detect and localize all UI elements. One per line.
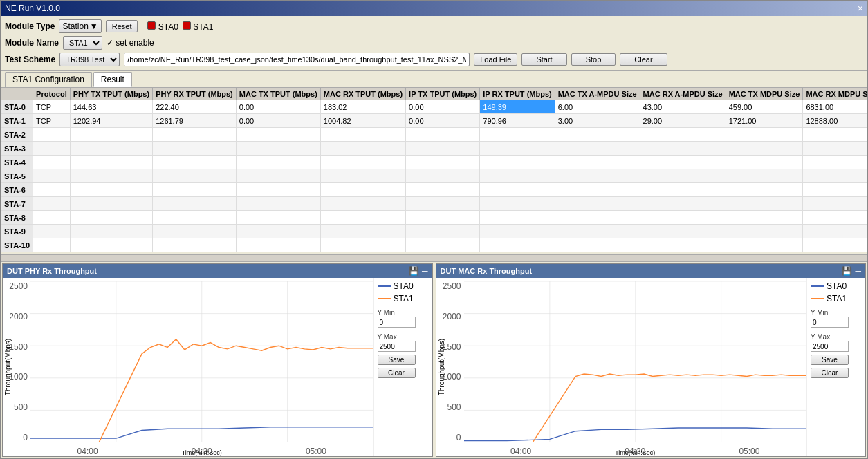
table-cell <box>480 225 555 238</box>
main-window: NE Run V1.0.0 × Module Type Station ▼ Re… <box>0 0 868 459</box>
table-cell <box>640 211 726 225</box>
chart-mac-save-icon[interactable]: 💾 <box>842 266 852 276</box>
tab-result[interactable]: Result <box>93 72 132 87</box>
table-cell <box>480 128 555 142</box>
chart-mac-svg <box>464 281 807 442</box>
legend-sta0-line <box>378 285 391 287</box>
table-cell <box>236 183 320 197</box>
sta1-led <box>183 21 191 30</box>
table-cell <box>555 225 640 238</box>
table-cell <box>70 169 152 183</box>
stop-button[interactable]: Stop <box>571 53 616 66</box>
clear-button[interactable]: Clear <box>620 53 667 66</box>
table-cell: STA-3 <box>1 142 33 156</box>
data-table-container[interactable]: Protocol PHY TX TPUT (Mbps) PHY RX TPUT … <box>1 88 867 254</box>
chart-phy-clear-button[interactable]: Clear <box>378 368 416 378</box>
table-cell <box>153 128 237 142</box>
chart-mac-ymax-input[interactable] <box>811 341 849 352</box>
table-cell: STA-6 <box>1 183 33 197</box>
table-cell: 0.00 <box>236 100 320 114</box>
chart-phy-sidebar: STA0 STA1 Y Min Y Max <box>373 278 432 456</box>
window-title: NE Run V1.0.0 <box>5 3 60 13</box>
chart-phy-svg-container <box>30 281 373 442</box>
table-row: STA-9 <box>1 225 868 238</box>
table-cell <box>236 225 320 238</box>
chart-mac-save-button[interactable]: Save <box>811 355 849 365</box>
table-cell <box>555 197 640 211</box>
chart-phy-ymax-group: Y Max <box>378 333 429 352</box>
chart-phy-minimize-icon[interactable]: ─ <box>422 266 428 276</box>
table-cell <box>480 156 555 169</box>
table-cell <box>803 225 867 238</box>
table-cell <box>236 142 320 156</box>
file-path-input[interactable] <box>124 53 470 66</box>
table-cell <box>236 156 320 169</box>
horizontal-scrollbar[interactable] <box>1 254 867 261</box>
table-cell: 6.00 <box>555 100 640 114</box>
chart-phy-ymin-input[interactable] <box>378 317 416 328</box>
table-cell: TCP <box>33 114 71 128</box>
table-cell: STA-10 <box>1 238 33 252</box>
table-cell <box>320 225 405 238</box>
table-cell <box>803 128 867 142</box>
test-scheme-select[interactable]: TR398 Test <box>59 53 120 66</box>
tab-configuration[interactable]: STA1 Configuration <box>5 72 92 87</box>
chart-mac-icons: 💾 ─ <box>842 266 861 276</box>
chart-phy-wrapper: Throughput(Mbps) 2500 2000 1500 1000 500… <box>3 278 373 456</box>
table-cell <box>640 197 726 211</box>
table-cell <box>153 238 237 252</box>
chart-mac-wrapper: Throughput(Mbps) 2500 2000 1500 1000 500… <box>436 278 807 456</box>
result-table: Protocol PHY TX TPUT (Mbps) PHY RX TPUT … <box>1 88 867 252</box>
chart-mac-clear-button[interactable]: Clear <box>811 368 849 378</box>
chart-mac-x-label: Time(Min:Sec) <box>464 449 807 456</box>
table-cell: STA-9 <box>1 225 33 238</box>
table-cell <box>726 156 803 169</box>
table-cell <box>803 183 867 197</box>
col-header-macrxmpdu: MAC RX MDPU Size <box>803 88 867 100</box>
chart-mac-body: Throughput(Mbps) 2500 2000 1500 1000 500… <box>436 278 866 456</box>
table-cell <box>640 142 726 156</box>
module-type-label: Module Type <box>5 21 55 31</box>
module-name-select[interactable]: STA1 <box>63 36 102 50</box>
start-button[interactable]: Start <box>521 53 566 66</box>
table-cell <box>33 238 71 252</box>
table-cell <box>406 183 480 197</box>
table-cell <box>406 169 480 183</box>
set-enable-checkbox-label: ✓ set enable <box>107 38 154 48</box>
chart-phy-legend-sta0: STA0 <box>378 281 429 291</box>
table-cell <box>406 142 480 156</box>
table-cell <box>320 183 405 197</box>
chart-phy-ymax-input[interactable] <box>378 341 416 352</box>
table-cell: 6831.00 <box>803 100 867 114</box>
table-row: STA-5 <box>1 169 868 183</box>
table-cell <box>33 183 71 197</box>
table-cell <box>555 238 640 252</box>
table-header-row: Protocol PHY TX TPUT (Mbps) PHY RX TPUT … <box>1 88 868 100</box>
reset-button[interactable]: Reset <box>106 20 138 32</box>
legend-mac-sta1-line <box>811 298 824 299</box>
table-cell <box>153 197 237 211</box>
table-cell <box>555 183 640 197</box>
chart-phy-save-icon[interactable]: 💾 <box>409 266 419 276</box>
table-cell: 144.63 <box>70 100 152 114</box>
sta0-led <box>147 21 156 30</box>
table-cell: 149.39 <box>480 100 555 114</box>
table-cell <box>70 238 152 252</box>
chart-mac-minimize-icon[interactable]: ─ <box>855 266 861 276</box>
load-file-button[interactable]: Load File <box>474 53 517 66</box>
chart-phy-x-label: Time(Min:Sec) <box>30 449 373 456</box>
chart-mac-ymin-input[interactable] <box>811 317 849 328</box>
close-button[interactable]: × <box>858 3 863 14</box>
table-cell <box>726 225 803 238</box>
table-row: STA-1TCP1202.941261.790.001004.820.00790… <box>1 114 868 128</box>
col-header-iprx: IP RX TPUT (Mbps) <box>480 88 555 100</box>
table-row: STA-10 <box>1 238 868 252</box>
chart-phy-save-button[interactable]: Save <box>378 355 416 365</box>
table-cell <box>320 142 405 156</box>
table-cell <box>726 183 803 197</box>
table-cell <box>640 169 726 183</box>
table-cell <box>480 142 555 156</box>
module-type-dropdown[interactable]: Station ▼ <box>59 19 101 33</box>
chart-phy-title: DUT PHY Rx Throughput <box>7 267 97 275</box>
table-cell <box>555 142 640 156</box>
